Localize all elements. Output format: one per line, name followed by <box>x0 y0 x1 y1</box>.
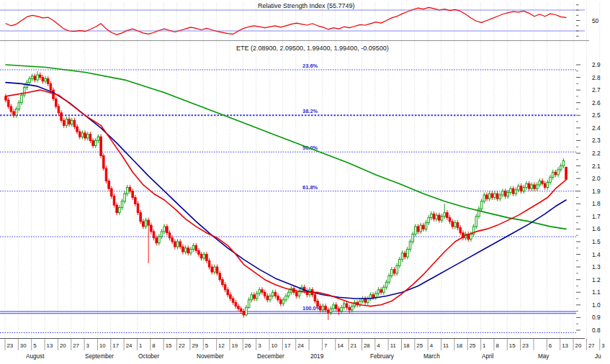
candle-body <box>393 270 395 273</box>
y-axis-label: 1.4 <box>592 251 601 258</box>
candle-body <box>68 119 71 124</box>
y-axis-label: 2.8 <box>592 74 601 81</box>
week-label: 21 <box>351 342 357 349</box>
candle-body <box>171 238 174 242</box>
candle-body <box>214 267 216 272</box>
candle-body <box>34 76 36 80</box>
candle-body <box>412 234 414 242</box>
candle-body <box>140 213 142 222</box>
week-label: 22 <box>179 342 185 349</box>
month-label: February <box>370 353 395 360</box>
candle-body <box>119 208 121 213</box>
candle-body <box>105 168 107 181</box>
candle-body <box>367 299 369 302</box>
week-label: 19 <box>231 342 238 349</box>
candle-body <box>238 306 240 309</box>
candle-body <box>449 218 451 222</box>
week-label: 28 <box>364 342 370 349</box>
week-label: 17 <box>112 342 119 349</box>
y-axis-label: 2.2 <box>592 150 601 157</box>
week-label: 11 <box>390 342 396 349</box>
week-label: 4 <box>377 342 380 349</box>
candle-body <box>163 227 166 232</box>
candle-body <box>415 227 417 235</box>
week-label: 24 <box>297 342 304 349</box>
candle-body <box>523 187 525 191</box>
y-axis-label: 1.3 <box>592 263 601 270</box>
candle-body <box>399 260 401 266</box>
candle-body <box>417 227 419 232</box>
candle-body <box>166 227 169 233</box>
rsi-panel-title: Relative Strength Index (55.7749) <box>258 2 355 9</box>
candle-body <box>401 253 403 260</box>
candle-body <box>174 242 176 247</box>
candle-body <box>148 220 150 225</box>
candle-body <box>565 167 568 179</box>
candle-body <box>53 90 55 99</box>
candle-body <box>15 109 17 116</box>
candle-body <box>37 75 39 80</box>
y-axis-label: 0.9 <box>592 314 601 321</box>
candle-body <box>494 194 496 197</box>
candle-body <box>129 187 131 191</box>
candle-body <box>73 120 76 127</box>
candle-body <box>135 197 137 204</box>
candle-body <box>81 133 84 137</box>
week-label: 23 <box>7 342 14 349</box>
rsi-line <box>6 7 566 35</box>
candle-body <box>333 305 335 309</box>
y-axis-label: 0.8 <box>592 327 601 334</box>
short-period-ma <box>6 90 566 306</box>
candle-body <box>42 78 44 81</box>
y-axis-label: 2.5 <box>592 112 601 119</box>
candle-body <box>232 299 234 302</box>
week-label: 29 <box>192 342 198 349</box>
candle-body <box>536 185 538 188</box>
candle-body <box>269 296 272 300</box>
candle-body <box>79 132 81 137</box>
candle-body <box>431 214 433 217</box>
stock-chart-canvas: Relative Strength Index (55.7749) ETE (2… <box>0 0 610 364</box>
fib-label: 38.2% <box>302 108 318 114</box>
candle-body <box>282 300 284 304</box>
candle-body <box>322 306 324 310</box>
candle-body <box>227 290 229 295</box>
candle-body <box>341 307 343 311</box>
candle-body <box>264 292 266 296</box>
month-label: March <box>423 353 440 360</box>
candle-body <box>5 96 7 100</box>
week-label: 5 <box>33 342 37 349</box>
candle-body <box>452 222 454 227</box>
week-label: 10 <box>272 342 278 349</box>
candle-body <box>187 248 189 253</box>
candle-body <box>137 204 139 212</box>
candle-body <box>206 255 208 261</box>
week-label: 18 <box>456 342 462 349</box>
candle-body <box>510 188 512 192</box>
candle-body <box>562 161 565 166</box>
candle-body <box>203 255 205 258</box>
week-label: 26 <box>245 342 251 349</box>
candle-body <box>29 78 31 82</box>
candle-body <box>235 302 237 306</box>
candle-body <box>266 296 269 300</box>
candle-body <box>176 242 179 247</box>
week-label: 10 <box>99 342 106 349</box>
candle-body <box>295 292 297 296</box>
y-axis-label: 2.0 <box>592 175 601 182</box>
candle-body <box>76 127 79 132</box>
week-label: 18 <box>403 342 410 349</box>
candle-body <box>349 307 351 310</box>
candle-body <box>388 276 390 282</box>
candle-body <box>256 294 258 299</box>
candle-body <box>21 95 23 103</box>
candle-body <box>478 209 480 217</box>
candle-body <box>428 218 430 223</box>
candle-body <box>156 238 158 243</box>
week-label: 1 <box>139 342 142 349</box>
candle-body <box>470 234 472 239</box>
month-label: September <box>85 353 114 360</box>
week-label: 15 <box>166 342 172 349</box>
candle-body <box>71 120 73 124</box>
week-label: 25 <box>416 342 423 349</box>
